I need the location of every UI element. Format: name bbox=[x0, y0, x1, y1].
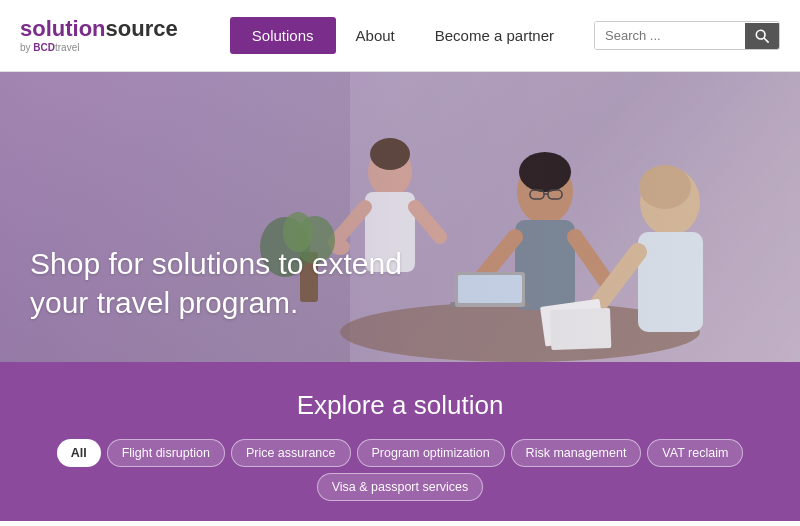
search-button[interactable] bbox=[745, 23, 779, 49]
svg-line-1 bbox=[764, 38, 768, 42]
header: solutionsource by BCDtravel Solutions Ab… bbox=[0, 0, 800, 72]
filter-vat-button[interactable]: VAT reclaim bbox=[647, 439, 743, 467]
nav-partner-button[interactable]: Become a partner bbox=[415, 17, 574, 54]
hero-section: Shop for solutions to extend your travel… bbox=[0, 72, 800, 362]
nav-about-button[interactable]: About bbox=[336, 17, 415, 54]
main-nav: Solutions About Become a partner bbox=[230, 17, 574, 54]
logo-bcd: BCD bbox=[33, 42, 55, 53]
filter-flight-button[interactable]: Flight disruption bbox=[107, 439, 225, 467]
filter-price-button[interactable]: Price assurance bbox=[231, 439, 351, 467]
explore-title: Explore a solution bbox=[20, 390, 780, 421]
logo: solutionsource by BCDtravel bbox=[20, 18, 178, 53]
logo-solution: solution bbox=[20, 16, 106, 41]
search-input[interactable] bbox=[595, 22, 745, 49]
filter-buttons-container: All Flight disruption Price assurance Pr… bbox=[20, 439, 780, 501]
logo-travel: travel bbox=[55, 42, 79, 53]
logo-subtitle: by BCDtravel bbox=[20, 42, 178, 53]
logo-source: source bbox=[106, 16, 178, 41]
filter-risk-button[interactable]: Risk management bbox=[511, 439, 642, 467]
nav-solutions-button[interactable]: Solutions bbox=[230, 17, 336, 54]
filter-program-button[interactable]: Program optimization bbox=[357, 439, 505, 467]
logo-by-text: by bbox=[20, 42, 31, 53]
logo-text: solutionsource bbox=[20, 18, 178, 40]
filter-all-button[interactable]: All bbox=[57, 439, 101, 467]
search-icon bbox=[755, 29, 769, 43]
filter-visa-button[interactable]: Visa & passport services bbox=[317, 473, 484, 501]
explore-section: Explore a solution All Flight disruption… bbox=[0, 362, 800, 521]
search-area bbox=[594, 21, 780, 50]
hero-headline: Shop for solutions to extend your travel… bbox=[30, 244, 410, 322]
